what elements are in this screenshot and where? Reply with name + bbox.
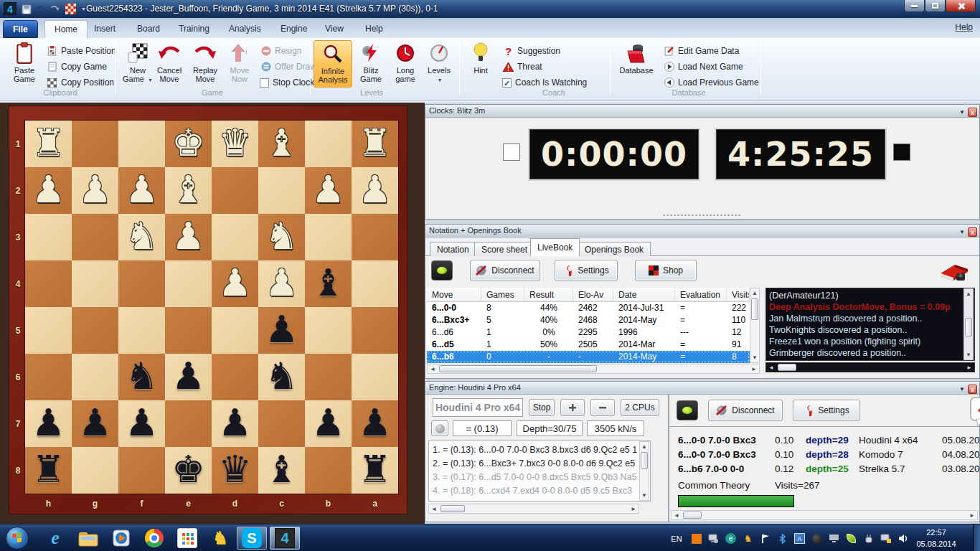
black-pawn[interactable]: ♟ bbox=[258, 307, 305, 354]
engine-led-button[interactable] bbox=[431, 420, 448, 436]
white-bishop[interactable]: ♝ bbox=[165, 167, 212, 214]
scroll-left-icon[interactable]: ◄ bbox=[428, 366, 438, 372]
tray-display-icon[interactable] bbox=[828, 532, 840, 545]
tab-score-sheet[interactable]: Score sheet bbox=[474, 242, 534, 256]
new-game-button[interactable]: New Game ▼ bbox=[119, 40, 156, 88]
scroll-down-icon[interactable]: ▼ bbox=[640, 491, 649, 500]
livebook-shop-button[interactable]: Shop bbox=[635, 260, 697, 281]
livebook-settings-button[interactable]: Settings bbox=[555, 260, 618, 281]
scroll-thumb[interactable] bbox=[439, 365, 597, 372]
tray-clock[interactable]: 22:57 05.08.2014 bbox=[908, 527, 964, 550]
engine-line[interactable]: 4. = (0.18): 6...cxd4 7.exd4 0-0 8.0-0 d… bbox=[433, 484, 646, 498]
start-button[interactable] bbox=[6, 527, 29, 550]
scroll-thumb[interactable] bbox=[440, 505, 465, 512]
black-pawn[interactable]: ♟ bbox=[352, 400, 398, 447]
column-header-evaluation[interactable]: Evaluation bbox=[675, 288, 727, 301]
engine-lines-vscrollbar[interactable]: ▲ ▼ bbox=[639, 441, 649, 501]
tray-leaf-icon[interactable] bbox=[845, 532, 857, 545]
column-header-result[interactable]: Result bbox=[524, 288, 573, 301]
square-h3[interactable] bbox=[25, 214, 72, 260]
internet-explorer-icon[interactable]: e bbox=[40, 527, 70, 550]
scroll-right-icon[interactable]: ► bbox=[964, 364, 974, 371]
engine-lines-hscrollbar[interactable]: ◄ ► bbox=[428, 504, 639, 514]
square-h2[interactable]: ♟ bbox=[25, 167, 72, 214]
white-pawn[interactable]: ♟ bbox=[165, 214, 212, 260]
panel-close-icon[interactable]: x bbox=[968, 227, 977, 237]
square-c5[interactable]: ♟ bbox=[258, 307, 305, 354]
letscheck-check-icon[interactable] bbox=[969, 396, 980, 429]
square-g6[interactable] bbox=[72, 354, 118, 400]
black-pawn[interactable]: ♟ bbox=[25, 400, 72, 447]
column-header-date[interactable]: Date bbox=[613, 288, 675, 301]
show-desktop-button[interactable] bbox=[973, 524, 980, 551]
tab-training[interactable]: Training bbox=[169, 20, 219, 38]
square-d8[interactable]: ♛ bbox=[212, 447, 258, 494]
square-f4[interactable] bbox=[118, 260, 165, 307]
column-header-visits[interactable]: Visits bbox=[727, 288, 750, 301]
square-h1[interactable]: ♜ bbox=[25, 121, 72, 167]
square-d1[interactable]: ♛ bbox=[212, 121, 258, 167]
square-c6[interactable]: ♞ bbox=[258, 354, 305, 400]
white-bishop[interactable]: ♝ bbox=[258, 121, 305, 167]
tab-engine[interactable]: Engine bbox=[271, 20, 316, 38]
square-d6[interactable] bbox=[212, 354, 258, 400]
square-b1[interactable] bbox=[305, 121, 352, 167]
tab-file[interactable]: File bbox=[3, 20, 38, 38]
skype-icon[interactable]: S bbox=[237, 527, 267, 550]
square-c7[interactable] bbox=[258, 400, 305, 447]
letscheck-settings-button[interactable]: Settings bbox=[793, 400, 860, 421]
livebook-row[interactable]: 6...d5150%25052014-Mar=91 bbox=[427, 339, 750, 351]
livebook-row[interactable]: 6...Bxc3+540%24682014-May=110 bbox=[427, 314, 750, 326]
black-rook[interactable]: ♜ bbox=[352, 447, 398, 494]
tab-view[interactable]: View bbox=[316, 20, 353, 38]
undo-icon[interactable] bbox=[34, 3, 47, 15]
save-icon[interactable] bbox=[20, 3, 32, 15]
black-bishop[interactable]: ♝ bbox=[258, 447, 305, 494]
paste-game-button[interactable]: Paste Game bbox=[6, 40, 43, 88]
engine-line[interactable]: 1. = (0.13): 6...0-0 7.0-0 Bxc3 8.bxc3 d… bbox=[433, 443, 646, 457]
black-knight[interactable]: ♞ bbox=[258, 354, 305, 400]
letscheck-row[interactable]: 6...0-0 7.0-0 Bxc30.10depth=28Komodo 704… bbox=[678, 449, 979, 460]
clocks-panel-header[interactable]: Clocks: Blitz 3m ▼ x bbox=[425, 105, 979, 118]
scroll-thumb[interactable] bbox=[751, 298, 758, 320]
black-pawn[interactable]: ♟ bbox=[165, 354, 212, 400]
square-e4[interactable] bbox=[165, 260, 212, 307]
livebook-vscrollbar[interactable]: ▲ ▼ bbox=[750, 288, 760, 363]
chat-hscrollbar[interactable]: ◄ ► bbox=[765, 362, 975, 372]
square-a5[interactable] bbox=[352, 307, 398, 354]
tab-notation[interactable]: Notation bbox=[430, 242, 476, 256]
tray-chess-icon[interactable]: ♞ bbox=[742, 532, 754, 545]
scroll-thumb[interactable] bbox=[641, 452, 648, 469]
copy-game-button[interactable]: Copy Game bbox=[46, 60, 107, 74]
scroll-left-icon[interactable]: ◄ bbox=[672, 512, 682, 519]
paste-position-button[interactable]: Paste Position bbox=[46, 44, 116, 58]
letscheck-disconnect-button[interactable]: Disconnect bbox=[708, 400, 783, 421]
white-pawn[interactable]: ♟ bbox=[352, 167, 398, 214]
tray-flag-icon[interactable] bbox=[759, 532, 771, 545]
engine-panel-header[interactable]: Engine: Houdini 4 Pro x64 ▼ x bbox=[425, 382, 979, 395]
white-pawn[interactable]: ♟ bbox=[258, 260, 305, 307]
scroll-up-icon[interactable]: ▲ bbox=[640, 442, 649, 451]
scroll-down-icon[interactable]: ▼ bbox=[750, 353, 759, 362]
engine-stop-button[interactable]: Stop bbox=[529, 399, 555, 416]
white-pawn[interactable]: ♟ bbox=[72, 167, 118, 214]
hint-button[interactable]: Hint bbox=[465, 40, 496, 88]
tab-livebook[interactable]: LiveBook bbox=[530, 238, 580, 256]
black-pawn[interactable]: ♟ bbox=[212, 400, 258, 447]
livebook-connection-led[interactable] bbox=[431, 260, 453, 281]
square-e3[interactable]: ♟ bbox=[165, 214, 212, 260]
square-g8[interactable] bbox=[72, 447, 118, 494]
square-a4[interactable] bbox=[352, 260, 398, 307]
language-indicator[interactable]: EN bbox=[667, 532, 686, 545]
chessboard-icon[interactable] bbox=[65, 3, 77, 15]
column-header-eloav[interactable]: Elo-Av bbox=[573, 288, 613, 301]
engine-cpus-button[interactable]: 2 CPUs bbox=[621, 399, 659, 416]
livebook-row[interactable]: 6...0-0844%24622014-Jul-31=222 bbox=[427, 302, 750, 314]
white-pawn[interactable]: ♟ bbox=[25, 167, 72, 214]
square-f6[interactable]: ♞ bbox=[118, 354, 165, 400]
panel-resize-grip[interactable] bbox=[662, 214, 741, 217]
black-queen[interactable]: ♛ bbox=[212, 447, 258, 494]
replay-move-button[interactable]: Replay Move bbox=[188, 40, 222, 88]
tray-remote-desktop-icon[interactable] bbox=[707, 532, 720, 545]
engine-line[interactable]: 3. = (0.17): 6...d5 7.0-0 0-0 8.dxc5 Bxc… bbox=[433, 471, 646, 484]
